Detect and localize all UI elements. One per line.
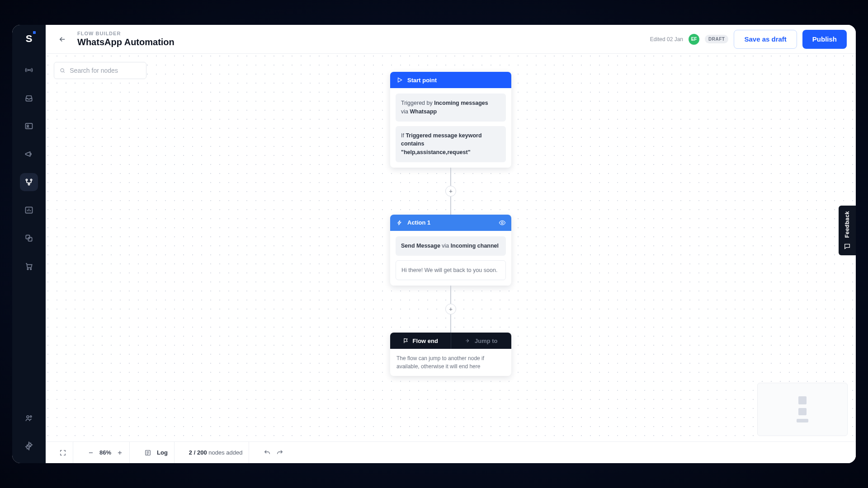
connector xyxy=(450,168,451,186)
node-search[interactable] xyxy=(54,62,146,79)
sidebar-item-commerce[interactable] xyxy=(20,257,38,275)
zoom-in-button[interactable] xyxy=(117,450,123,456)
add-node-button[interactable]: + xyxy=(445,304,456,314)
svg-point-5 xyxy=(28,183,29,185)
minimap-node xyxy=(797,419,808,422)
svg-point-12 xyxy=(30,416,32,417)
feedback-label: Feedback xyxy=(844,211,850,238)
connector xyxy=(450,197,451,215)
minimap-node xyxy=(798,396,807,404)
expand-icon xyxy=(59,449,66,456)
node-action-title: Action 1 xyxy=(407,219,430,226)
node-end[interactable]: Flow end Jump to The flow can jump to an… xyxy=(390,333,511,376)
team-icon xyxy=(24,413,33,422)
svg-point-2 xyxy=(27,125,28,127)
search-input[interactable] xyxy=(70,67,141,74)
bottom-toolbar: 86% Log 2 / 200 nodes added xyxy=(46,441,856,463)
edited-text: Edited 02 Jan xyxy=(650,36,683,42)
action-message-slot[interactable]: Hi there! We will get back to you soon. xyxy=(396,260,506,281)
add-node-button[interactable]: + xyxy=(445,186,456,197)
svg-point-15 xyxy=(501,222,503,224)
start-condition-slot[interactable]: If Triggered message keyword contains "h… xyxy=(396,126,506,162)
flow-icon xyxy=(24,178,33,187)
svg-point-0 xyxy=(28,70,30,71)
search-icon xyxy=(60,67,65,74)
chart-icon xyxy=(24,206,33,215)
minus-icon xyxy=(88,450,94,456)
minimap-node xyxy=(798,408,807,415)
plus-icon xyxy=(117,450,123,456)
log-button[interactable] xyxy=(144,449,151,456)
canvas[interactable]: Start point Triggered by Incoming messag… xyxy=(46,54,856,463)
status-badge: DRAFT xyxy=(705,35,728,43)
node-start-title: Start point xyxy=(407,77,437,84)
sidebar-item-integrations[interactable] xyxy=(20,229,38,247)
redo-button[interactable] xyxy=(276,449,283,456)
action-send-slot[interactable]: Send Message via Incoming channel xyxy=(396,236,506,256)
nodes-count: 2 / 200 nodes added xyxy=(189,449,243,456)
zoom-level: 86% xyxy=(99,449,111,456)
sidebar-item-reports[interactable] xyxy=(20,201,38,219)
breadcrumb: FLOW BUILDER xyxy=(77,31,175,37)
svg-point-10 xyxy=(30,268,32,270)
play-icon xyxy=(396,77,403,83)
sidebar-item-flows[interactable] xyxy=(20,173,38,191)
publish-button[interactable]: Publish xyxy=(802,30,847,49)
chat-icon xyxy=(844,243,851,250)
tab-jump-to[interactable]: Jump to xyxy=(451,333,512,349)
node-action-1[interactable]: Action 1 Send Message via Incoming chann… xyxy=(390,215,511,286)
sidebar-item-contacts[interactable] xyxy=(20,117,38,135)
svg-point-3 xyxy=(26,179,27,180)
app-logo: S xyxy=(26,33,33,45)
sidebar: S xyxy=(12,25,46,463)
broadcast-icon xyxy=(24,66,33,75)
megaphone-icon xyxy=(24,150,33,159)
page-title: WhatsApp Automation xyxy=(77,37,175,47)
bolt-icon xyxy=(396,220,403,226)
sidebar-item-settings[interactable] xyxy=(20,437,38,455)
sidebar-item-campaigns[interactable] xyxy=(20,145,38,163)
svg-point-14 xyxy=(61,69,64,72)
connector xyxy=(450,314,451,333)
sidebar-item-team[interactable] xyxy=(20,409,38,427)
end-body-text: The flow can jump to another node if ava… xyxy=(390,349,511,376)
undo-icon xyxy=(264,449,271,456)
fit-view-button[interactable] xyxy=(59,449,66,456)
arrow-left-icon xyxy=(58,35,66,43)
undo-button[interactable] xyxy=(264,449,271,456)
user-card-icon xyxy=(24,122,33,131)
gear-icon xyxy=(24,441,33,450)
svg-point-11 xyxy=(27,416,29,418)
node-start[interactable]: Start point Triggered by Incoming messag… xyxy=(390,72,511,168)
inbox-icon xyxy=(24,94,33,103)
cart-icon xyxy=(24,262,33,271)
header: FLOW BUILDER WhatsApp Automation Edited … xyxy=(46,25,856,54)
start-trigger-slot[interactable]: Triggered by Incoming messages via Whats… xyxy=(396,94,506,122)
user-avatar[interactable]: EF xyxy=(689,34,699,45)
connector xyxy=(450,286,451,304)
log-label: Log xyxy=(157,449,168,456)
sidebar-item-inbox[interactable] xyxy=(20,89,38,107)
feedback-button[interactable]: Feedback xyxy=(839,206,856,255)
minimap[interactable] xyxy=(757,383,848,436)
eye-icon xyxy=(499,219,506,226)
back-button[interactable] xyxy=(55,32,70,47)
redo-icon xyxy=(276,449,283,456)
link-icon xyxy=(24,234,33,243)
flag-icon xyxy=(403,338,409,344)
jump-icon xyxy=(465,338,471,344)
log-icon xyxy=(144,449,151,456)
save-draft-button[interactable]: Save as draft xyxy=(734,30,797,49)
svg-point-4 xyxy=(30,179,32,180)
svg-rect-1 xyxy=(26,123,33,129)
sidebar-item-broadcast[interactable] xyxy=(20,61,38,79)
zoom-out-button[interactable] xyxy=(88,450,94,456)
main: FLOW BUILDER WhatsApp Automation Edited … xyxy=(46,25,856,463)
tab-flow-end[interactable]: Flow end xyxy=(390,333,451,349)
svg-point-9 xyxy=(27,268,28,270)
